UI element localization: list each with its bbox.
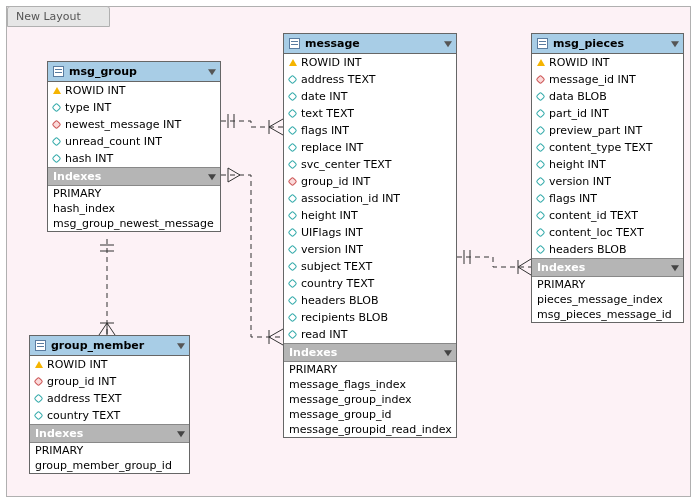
layout-tab[interactable]: New Layout (7, 6, 110, 27)
column-row[interactable]: country TEXT (30, 407, 189, 424)
diamond-icon (536, 228, 546, 238)
column-row[interactable]: replace INT (284, 139, 456, 156)
column-row[interactable]: address TEXT (284, 71, 456, 88)
column-row[interactable]: association_id INT (284, 190, 456, 207)
index-row[interactable]: pieces_message_index (532, 292, 683, 307)
indexes-header[interactable]: Indexes (532, 258, 683, 277)
table-header[interactable]: group_member (30, 336, 189, 356)
column-row[interactable]: address TEXT (30, 390, 189, 407)
index-row[interactable]: PRIMARY (30, 443, 189, 458)
column-row[interactable]: content_id TEXT (532, 207, 683, 224)
column-row[interactable]: type INT (48, 99, 220, 116)
column-row[interactable]: flags INT (284, 122, 456, 139)
table-header[interactable]: msg_pieces (532, 34, 683, 54)
column-row[interactable]: hash INT (48, 150, 220, 167)
diamond-icon (52, 137, 62, 147)
index-row[interactable]: PRIMARY (284, 362, 456, 377)
index-row[interactable]: message_groupid_read_index (284, 422, 456, 437)
column-row[interactable]: headers BLOB (284, 292, 456, 309)
fk-icon (52, 120, 62, 130)
column-row[interactable]: subject TEXT (284, 258, 456, 275)
column-row[interactable]: version INT (284, 241, 456, 258)
diamond-icon (288, 92, 298, 102)
column-list: ROWID INT group_id INT address TEXT coun… (30, 356, 189, 424)
diamond-icon (288, 262, 298, 272)
diamond-icon (288, 228, 298, 238)
diagram-canvas[interactable]: New Layout (6, 6, 691, 497)
chevron-down-icon (444, 350, 452, 356)
table-message[interactable]: message ROWID INT address TEXT date INT … (283, 33, 457, 438)
table-icon (289, 38, 300, 49)
column-row[interactable]: message_id INT (532, 71, 683, 88)
column-row[interactable]: height INT (284, 207, 456, 224)
column-row[interactable]: read INT (284, 326, 456, 343)
index-row[interactable]: message_flags_index (284, 377, 456, 392)
index-row[interactable]: hash_index (48, 201, 220, 216)
diamond-icon (536, 211, 546, 221)
index-row[interactable]: msg_group_newest_message (48, 216, 220, 231)
index-row[interactable]: message_group_id (284, 407, 456, 422)
diamond-icon (288, 296, 298, 306)
table-title: msg_pieces (553, 37, 624, 50)
index-list: PRIMARY pieces_message_index msg_pieces_… (532, 277, 683, 322)
column-row[interactable]: country TEXT (284, 275, 456, 292)
column-row[interactable]: preview_part INT (532, 122, 683, 139)
chevron-down-icon (208, 174, 216, 180)
layout-name: New Layout (16, 10, 81, 23)
index-list: PRIMARY message_flags_index message_grou… (284, 362, 456, 437)
column-row[interactable]: part_id INT (532, 105, 683, 122)
column-list: ROWID INT type INT newest_message INT un… (48, 82, 220, 167)
column-row[interactable]: newest_message INT (48, 116, 220, 133)
column-row[interactable]: flags INT (532, 190, 683, 207)
index-row[interactable]: PRIMARY (532, 277, 683, 292)
column-row[interactable]: group_id INT (284, 173, 456, 190)
index-list: PRIMARY group_member_group_id (30, 443, 189, 473)
column-row[interactable]: ROWID INT (532, 54, 683, 71)
column-row[interactable]: group_id INT (30, 373, 189, 390)
index-row[interactable]: message_group_index (284, 392, 456, 407)
column-row[interactable]: headers BLOB (532, 241, 683, 258)
table-msg-pieces[interactable]: msg_pieces ROWID INT message_id INT data… (531, 33, 684, 323)
diamond-icon (288, 143, 298, 153)
table-group-member[interactable]: group_member ROWID INT group_id INT addr… (29, 335, 190, 474)
indexes-header[interactable]: Indexes (30, 424, 189, 443)
diamond-icon (536, 143, 546, 153)
diamond-icon (288, 211, 298, 221)
svg-line-16 (228, 175, 240, 182)
key-icon (289, 55, 297, 66)
column-row[interactable]: svc_center TEXT (284, 156, 456, 173)
column-row[interactable]: unread_count INT (48, 133, 220, 150)
column-row[interactable]: content_type TEXT (532, 139, 683, 156)
indexes-header[interactable]: Indexes (284, 343, 456, 362)
table-header[interactable]: msg_group (48, 62, 220, 82)
table-icon (537, 38, 548, 49)
column-row[interactable]: ROWID INT (284, 54, 456, 71)
column-row[interactable]: data BLOB (532, 88, 683, 105)
index-row[interactable]: PRIMARY (48, 186, 220, 201)
column-row[interactable]: recipients BLOB (284, 309, 456, 326)
index-row[interactable]: group_member_group_id (30, 458, 189, 473)
column-row[interactable]: date INT (284, 88, 456, 105)
chevron-down-icon (671, 41, 679, 47)
index-list: PRIMARY hash_index msg_group_newest_mess… (48, 186, 220, 231)
diamond-icon (288, 313, 298, 323)
column-row[interactable]: ROWID INT (48, 82, 220, 99)
table-header[interactable]: message (284, 34, 456, 54)
chevron-down-icon (444, 41, 452, 47)
index-row[interactable]: msg_pieces_message_id (532, 307, 683, 322)
column-row[interactable]: text TEXT (284, 105, 456, 122)
column-row[interactable]: ROWID INT (30, 356, 189, 373)
svg-line-10 (269, 127, 283, 135)
table-icon (53, 66, 64, 77)
diamond-icon (52, 154, 62, 164)
indexes-header[interactable]: Indexes (48, 167, 220, 186)
svg-line-14 (269, 337, 283, 345)
column-row[interactable]: height INT (532, 156, 683, 173)
diamond-icon (536, 245, 546, 255)
column-row[interactable]: content_loc TEXT (532, 224, 683, 241)
table-msg-group[interactable]: msg_group ROWID INT type INT newest_mess… (47, 61, 221, 232)
svg-line-13 (269, 329, 283, 337)
column-list: ROWID INT message_id INT data BLOB part_… (532, 54, 683, 258)
column-row[interactable]: version INT (532, 173, 683, 190)
column-row[interactable]: UIFlags INT (284, 224, 456, 241)
